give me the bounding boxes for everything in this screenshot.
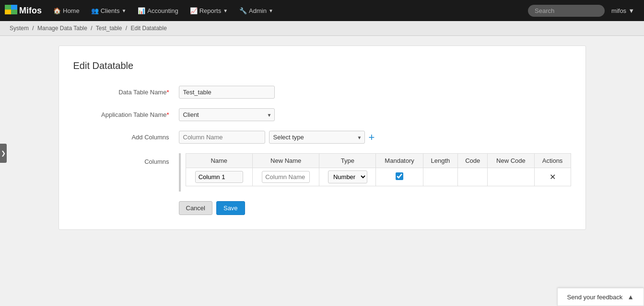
search-input[interactable] bbox=[528, 5, 605, 17]
save-button[interactable]: Save bbox=[216, 201, 245, 215]
col-actions-cell: ✕ bbox=[534, 168, 571, 186]
user-menu[interactable]: mifos ▼ bbox=[607, 4, 639, 17]
col-header-length: Length bbox=[423, 154, 457, 168]
nav-clients-label: Clients bbox=[101, 7, 120, 14]
clients-caret-icon: ▼ bbox=[121, 8, 126, 13]
nav-clients[interactable]: 👥 Clients ▼ bbox=[86, 4, 131, 17]
admin-icon: 🔧 bbox=[239, 7, 247, 14]
main-content: Edit Datatable Data Table Name* Applicat… bbox=[0, 36, 644, 239]
data-table-name-label: Data Table Name* bbox=[73, 89, 179, 96]
breadcrumb: System / Manage Data Table / Test_table … bbox=[0, 21, 644, 36]
required-star: * bbox=[166, 89, 169, 96]
add-columns-label: Add Columns bbox=[73, 134, 179, 141]
col-header-code: Code bbox=[458, 154, 488, 168]
breadcrumb-current: Edit Datatable bbox=[130, 25, 166, 32]
col-type-wrapper: Number String Boolean Date bbox=[323, 170, 372, 183]
col-name-cell bbox=[186, 168, 252, 186]
svg-rect-1 bbox=[11, 5, 17, 10]
columns-border bbox=[179, 153, 181, 192]
page-title: Edit Datatable bbox=[73, 60, 571, 71]
breadcrumb-manage-data-table[interactable]: Manage Data Table bbox=[37, 25, 87, 32]
nav-accounting-label: Accounting bbox=[147, 7, 178, 14]
reports-icon: 📈 bbox=[190, 7, 198, 14]
navbar: Mifos 🏠 Home 👥 Clients ▼ 📊 Accounting 📈 … bbox=[0, 0, 644, 21]
sidebar-toggle[interactable]: ❯ bbox=[0, 144, 7, 163]
col-header-actions: Actions bbox=[534, 154, 571, 168]
edit-datatable-card: Edit Datatable Data Table Name* Applicat… bbox=[59, 45, 586, 230]
reports-caret-icon: ▼ bbox=[223, 8, 228, 13]
breadcrumb-system[interactable]: System bbox=[10, 25, 29, 32]
app-table-name-group: Application Table Name* Client ▼ bbox=[73, 108, 571, 121]
col-header-type: Type bbox=[319, 154, 376, 168]
app-table-select-wrapper: Client ▼ bbox=[179, 108, 275, 121]
col-header-name: Name bbox=[186, 154, 252, 168]
col-header-mandatory: Mandatory bbox=[376, 154, 423, 168]
add-columns-group: Add Columns Select type String Number Bo… bbox=[73, 131, 571, 144]
nav-admin-label: Admin bbox=[249, 7, 267, 14]
app-table-name-label: Application Table Name* bbox=[73, 111, 179, 118]
columns-section: Columns Name New Name Type Mandatory Len… bbox=[73, 153, 571, 192]
col-mandatory-checkbox[interactable] bbox=[396, 172, 403, 180]
select-type-wrapper: Select type String Number Boolean Date D… bbox=[269, 131, 365, 144]
breadcrumb-sep-2: / bbox=[91, 25, 92, 32]
col-name-field[interactable] bbox=[195, 171, 243, 183]
table-row: Number String Boolean Date bbox=[186, 168, 571, 186]
cancel-button[interactable]: Cancel bbox=[179, 201, 212, 215]
breadcrumb-test-table[interactable]: Test_table bbox=[96, 25, 122, 32]
data-table-name-input[interactable] bbox=[179, 86, 275, 99]
nav-admin[interactable]: 🔧 Admin ▼ bbox=[234, 4, 278, 17]
breadcrumb-sep-3: / bbox=[126, 25, 127, 32]
nav-reports-label: Reports bbox=[199, 7, 222, 14]
column-name-input[interactable] bbox=[179, 131, 265, 144]
admin-caret-icon: ▼ bbox=[269, 8, 273, 13]
nav-reports[interactable]: 📈 Reports ▼ bbox=[185, 4, 233, 17]
col-mandatory-cell bbox=[376, 168, 423, 186]
brand-logo[interactable]: Mifos bbox=[5, 5, 42, 17]
user-label: mifos bbox=[611, 7, 626, 14]
brand-icon bbox=[5, 5, 17, 17]
nav-accounting[interactable]: 📊 Accounting bbox=[133, 4, 183, 17]
user-caret-icon: ▼ bbox=[628, 7, 634, 14]
columns-label: Columns bbox=[73, 153, 179, 165]
breadcrumb-sep-1: / bbox=[32, 25, 34, 32]
col-newname-cell bbox=[252, 168, 319, 186]
svg-rect-2 bbox=[5, 10, 11, 14]
data-table-name-group: Data Table Name* bbox=[73, 86, 571, 99]
col-code-cell bbox=[458, 168, 488, 186]
nav-home-label: Home bbox=[63, 7, 80, 14]
home-icon: 🏠 bbox=[53, 7, 61, 14]
required-star-2: * bbox=[166, 111, 169, 118]
col-length-cell bbox=[423, 168, 457, 186]
svg-rect-3 bbox=[11, 10, 17, 14]
columns-table-wrapper: Name New Name Type Mandatory Length Code… bbox=[186, 153, 571, 186]
add-column-button[interactable]: + bbox=[369, 132, 375, 143]
col-new-code-cell bbox=[488, 168, 534, 186]
delete-column-button[interactable]: ✕ bbox=[550, 172, 556, 181]
col-header-new-name: New Name bbox=[252, 154, 319, 168]
col-type-select[interactable]: Number String Boolean Date bbox=[328, 170, 367, 183]
select-type-select[interactable]: Select type String Number Boolean Date D… bbox=[269, 131, 365, 144]
col-newname-field[interactable] bbox=[262, 171, 310, 183]
accounting-icon: 📊 bbox=[138, 7, 145, 14]
col-header-new-code: New Code bbox=[488, 154, 534, 168]
nav-home[interactable]: 🏠 Home bbox=[48, 4, 84, 17]
columns-table: Name New Name Type Mandatory Length Code… bbox=[186, 153, 571, 186]
app-table-name-select[interactable]: Client bbox=[179, 108, 275, 121]
svg-rect-0 bbox=[5, 5, 11, 10]
brand-name: Mifos bbox=[19, 6, 42, 16]
chevron-right-icon: ❯ bbox=[1, 150, 6, 157]
form-actions: Cancel Save bbox=[73, 201, 571, 215]
col-type-cell: Number String Boolean Date bbox=[319, 168, 376, 186]
clients-icon: 👥 bbox=[91, 7, 99, 14]
